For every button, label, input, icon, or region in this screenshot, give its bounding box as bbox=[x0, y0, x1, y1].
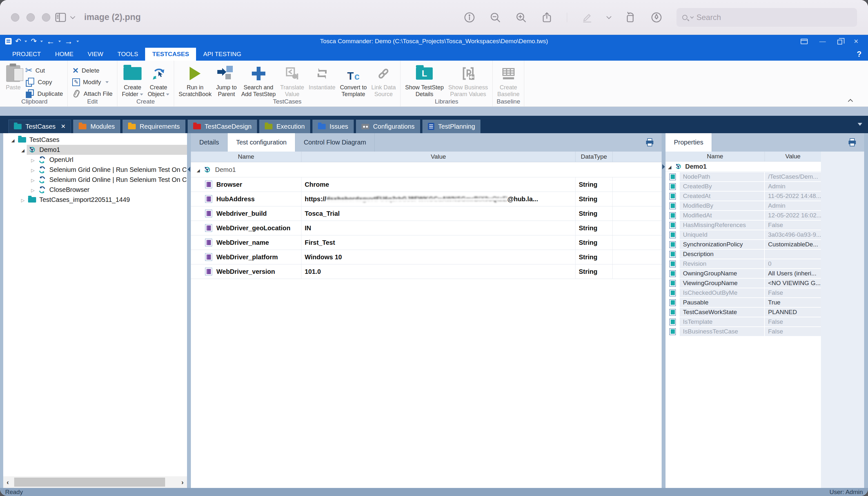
property-row[interactable]: ViewingGroupName <NO VIEWING G... bbox=[665, 279, 821, 288]
forward-dropdown-icon[interactable] bbox=[76, 41, 79, 42]
tree-expander-icon[interactable] bbox=[19, 146, 27, 154]
save-icon[interactable] bbox=[5, 38, 12, 45]
sidebar-toggle-icon[interactable] bbox=[55, 12, 66, 23]
detail-tab[interactable]: Test configuration bbox=[227, 133, 295, 152]
close-tab-icon[interactable]: ✕ bbox=[61, 123, 65, 130]
parameter-row[interactable]: Browser Chrome String bbox=[191, 177, 662, 192]
column-header-name[interactable]: Name bbox=[191, 152, 301, 162]
property-row[interactable]: IsTemplate False bbox=[665, 317, 821, 326]
copy-button[interactable]: Copy bbox=[25, 78, 63, 87]
markup-toolbar-icon[interactable] bbox=[651, 12, 662, 23]
info-icon[interactable] bbox=[464, 12, 475, 23]
ribbon-collapse-icon[interactable] bbox=[848, 98, 853, 103]
property-row[interactable]: Description bbox=[665, 250, 821, 259]
property-row[interactable]: ModifiedBy Admin bbox=[665, 201, 821, 210]
ribbon-display-options-icon[interactable] bbox=[801, 39, 808, 44]
paste-button[interactable]: Paste bbox=[6, 64, 21, 91]
tree-expander-icon[interactable] bbox=[29, 156, 37, 164]
tree-expander-icon[interactable] bbox=[9, 136, 17, 143]
instantiate-button[interactable]: Instantiate bbox=[309, 64, 335, 91]
convert-to-template-button[interactable]: Tc Convert toTemplate bbox=[340, 64, 367, 98]
duplicate-button[interactable]: Duplicate bbox=[25, 89, 63, 98]
ribbon-tab[interactable]: HOME bbox=[48, 48, 81, 61]
property-row[interactable]: CreatedAt 11-05-2022 14:48... bbox=[665, 191, 821, 201]
grid-root-row[interactable]: Demo1 bbox=[665, 161, 821, 172]
column-header-value[interactable]: Value bbox=[765, 152, 821, 161]
back-dropdown-icon[interactable] bbox=[58, 41, 61, 42]
property-row[interactable]: UniqueId 3a03c496-0a93-9... bbox=[665, 230, 821, 239]
splitter-right[interactable] bbox=[662, 133, 665, 488]
tree-item[interactable]: Selenium Grid Online | Run Selenium Test… bbox=[3, 165, 187, 175]
tree-item[interactable]: CloseBrowser bbox=[3, 185, 187, 195]
collapse-left-panel-icon[interactable] bbox=[188, 167, 190, 172]
rotate-icon[interactable] bbox=[625, 12, 636, 23]
parameter-row[interactable]: WebDriver_geoLocation IN String bbox=[191, 221, 662, 235]
ribbon-tab[interactable]: TOOLS bbox=[110, 48, 145, 61]
row-expander-icon[interactable] bbox=[195, 166, 202, 173]
navigate-forward-icon[interactable]: → bbox=[64, 37, 73, 45]
property-row[interactable]: CreatedBy Admin bbox=[665, 182, 821, 191]
minimize-window-icon[interactable]: — bbox=[819, 38, 826, 45]
modify-dropdown-icon[interactable] bbox=[106, 81, 109, 83]
horizontal-scrollbar[interactable]: ‹ › bbox=[3, 476, 187, 488]
property-row[interactable]: Pausable True bbox=[665, 298, 821, 307]
traffic-light-zoom-button[interactable] bbox=[42, 13, 50, 21]
ribbon-tab[interactable]: API TESTING bbox=[196, 48, 248, 61]
column-header-name[interactable]: Name bbox=[665, 152, 765, 161]
ribbon-tab[interactable]: PROJECT bbox=[5, 48, 48, 61]
document-tab[interactable]: Issues ✕ bbox=[313, 120, 354, 133]
document-tab[interactable]: TestPlanning ✕ bbox=[422, 120, 481, 133]
create-folder-dropdown-icon[interactable] bbox=[140, 94, 143, 95]
detail-tab[interactable]: Control Flow Diagram bbox=[295, 133, 375, 152]
property-row[interactable]: NodePath /TestCases/Dem... bbox=[665, 172, 821, 181]
create-object-dropdown-icon[interactable] bbox=[166, 94, 169, 95]
create-object-button[interactable]: CreateObject bbox=[148, 64, 169, 98]
zoom-out-icon[interactable] bbox=[489, 12, 501, 23]
search-and-add-teststep-button[interactable]: Search andAdd TestStep bbox=[241, 64, 276, 98]
run-in-scratchbook-button[interactable]: Run inScratchBook bbox=[179, 64, 211, 98]
ribbon-tab[interactable]: VIEW bbox=[81, 48, 111, 61]
properties-tab[interactable]: Properties bbox=[665, 133, 712, 152]
help-button[interactable]: ? bbox=[857, 48, 862, 61]
undo-icon[interactable]: ↶ bbox=[15, 38, 21, 45]
search-field[interactable] bbox=[677, 8, 857, 27]
grid-root-row[interactable]: Demo1 bbox=[191, 162, 662, 177]
show-business-param-values-button[interactable]: Show BusinessParam Values bbox=[448, 64, 488, 98]
scroll-left-icon[interactable]: ‹ bbox=[3, 478, 12, 486]
row-expander-icon[interactable] bbox=[666, 163, 673, 170]
close-window-icon[interactable]: × bbox=[854, 37, 858, 45]
detail-tab[interactable]: Details bbox=[191, 133, 227, 152]
property-row[interactable]: IsCheckedOutByMe False bbox=[665, 288, 821, 297]
parameter-row[interactable]: HubAddress https://dsxhsbordxguvtFU6q2rb… bbox=[191, 192, 662, 206]
jump-to-parent-button[interactable]: Jump toParent bbox=[216, 64, 237, 98]
document-tab[interactable]: Execution ✕ bbox=[259, 120, 310, 133]
print-icon[interactable] bbox=[645, 137, 654, 147]
redo-icon[interactable]: ↷ bbox=[31, 38, 36, 45]
translate-value-button[interactable]: TranslateValue bbox=[280, 64, 304, 98]
property-row[interactable]: ModifiedAt 12-05-2022 16:02... bbox=[665, 211, 821, 220]
parameter-row[interactable]: WebDriver_name First_Test String bbox=[191, 235, 662, 250]
cut-button[interactable]: ✂Cut bbox=[25, 66, 63, 75]
tree-item[interactable]: Demo1 bbox=[3, 145, 187, 155]
delete-button[interactable]: ✕Delete bbox=[72, 66, 112, 75]
tree-item[interactable]: OpenUrl bbox=[3, 155, 187, 165]
document-tab[interactable]: Modules ✕ bbox=[73, 120, 120, 133]
link-data-source-button[interactable]: Link DataSource bbox=[371, 64, 396, 98]
modify-button[interactable]: ✎Modify bbox=[72, 78, 112, 87]
tree-item[interactable]: TestCases_import220511_1449 bbox=[3, 195, 187, 205]
zoom-in-icon[interactable] bbox=[515, 12, 527, 23]
scroll-right-icon[interactable]: › bbox=[178, 478, 187, 486]
sidebar-options-chevron-icon[interactable] bbox=[70, 14, 76, 19]
document-tab[interactable]: Requirements ✕ bbox=[123, 120, 185, 133]
tree-item[interactable]: Selenium Grid Online | Run Selenium Test… bbox=[3, 175, 187, 185]
traffic-light-minimize-button[interactable] bbox=[27, 13, 35, 21]
undo-dropdown-icon[interactable] bbox=[25, 41, 27, 42]
property-row[interactable]: OwningGroupName All Users (inheri... bbox=[665, 269, 821, 278]
column-header-value[interactable]: Value bbox=[301, 152, 575, 162]
attach-file-button[interactable]: Attach File bbox=[72, 89, 112, 98]
tab-overflow-chevron-icon[interactable] bbox=[858, 123, 862, 126]
column-header-datatype[interactable]: DataType bbox=[575, 152, 613, 162]
tree-expander-icon[interactable] bbox=[29, 166, 37, 173]
tree-expander-icon[interactable] bbox=[19, 196, 27, 203]
share-icon[interactable] bbox=[541, 12, 553, 23]
